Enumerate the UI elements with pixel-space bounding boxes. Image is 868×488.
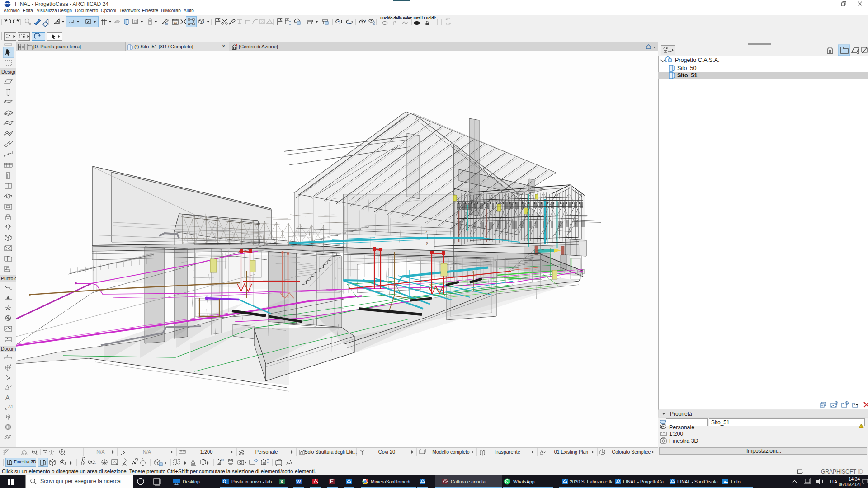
- svg-text:N/A: N/A: [143, 449, 151, 455]
- svg-text:ITA: ITA: [830, 479, 838, 484]
- svg-text:Personale: Personale: [669, 424, 694, 431]
- svg-text:FINAL - ProgettoCa...: FINAL - ProgettoCa...: [623, 479, 668, 484]
- svg-text:Sito_50: Sito_50: [677, 65, 696, 71]
- svg-text:1:200: 1:200: [200, 449, 213, 455]
- svg-text:1:200: 1:200: [669, 431, 683, 437]
- svg-text:Cattura e annota: Cattura e annota: [451, 479, 486, 484]
- svg-text:Proprietà: Proprietà: [670, 411, 692, 417]
- svg-text:MinieraSanRomedi...: MinieraSanRomedi...: [371, 479, 414, 484]
- svg-text:Colorato Semplice: Colorato Semplice: [612, 449, 651, 455]
- svg-text:Posta in arrivo - fab...: Posta in arrivo - fab...: [231, 479, 276, 484]
- svg-text:12: 12: [174, 21, 177, 24]
- svg-text:Covi 20: Covi 20: [378, 449, 395, 455]
- svg-text:FINAL - SantOrsola ...: FINAL - SantOrsola ...: [677, 479, 723, 484]
- svg-text:X: X: [280, 479, 284, 484]
- svg-text:2020 S_Fabrizio e Ila...: 2020 S_Fabrizio e Ila...: [570, 479, 618, 484]
- svg-text:Docume: Docume: [1, 346, 16, 352]
- svg-text:WhatsApp: WhatsApp: [513, 479, 535, 484]
- svg-text:Modello completo: Modello completo: [432, 449, 469, 455]
- svg-text:N/A: N/A: [96, 449, 105, 455]
- svg-text:Progetto C.A.S.A.: Progetto C.A.S.A.: [675, 57, 720, 63]
- svg-text:Sito_51: Sito_51: [677, 72, 698, 79]
- svg-text:Solo Struttura degli Ele...: Solo Struttura degli Ele...: [304, 449, 357, 455]
- svg-text:Foto: Foto: [731, 479, 741, 484]
- svg-text:14:34: 14:34: [849, 477, 860, 482]
- svg-text:Impostazioni...: Impostazioni...: [746, 448, 781, 454]
- svg-text:Trasparente: Trasparente: [494, 449, 520, 455]
- svg-text:A: A: [5, 394, 10, 401]
- svg-text:A1: A1: [8, 404, 13, 409]
- svg-text:06/05/2021: 06/05/2021: [839, 482, 861, 487]
- svg-text:Design: Design: [1, 69, 16, 75]
- svg-text:!: !: [861, 424, 862, 428]
- svg-text:W: W: [296, 479, 301, 484]
- svg-text:Personale: Personale: [255, 449, 278, 455]
- svg-text:Punto d: Punto d: [1, 276, 16, 281]
- svg-text:Finestra 3D: Finestra 3D: [669, 438, 698, 444]
- svg-text:01 Existing Plan: 01 Existing Plan: [554, 449, 588, 455]
- svg-text:Sito_51: Sito_51: [711, 419, 730, 426]
- svg-text:Desktop: Desktop: [183, 479, 200, 484]
- svg-text:z: z: [425, 230, 428, 234]
- svg-text:y: y: [426, 241, 428, 245]
